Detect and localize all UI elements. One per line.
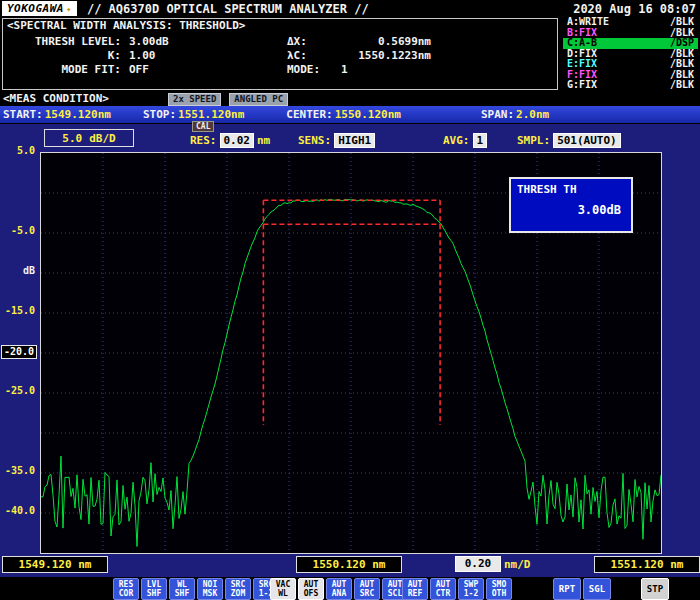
trace-row-g[interactable]: G:FIX/BLK bbox=[563, 80, 698, 91]
softkey-toolbar: RESCORLVLSHFWLSHFNOIMSKSRCZOMSRC1-2 VACW… bbox=[0, 577, 700, 600]
meas-badges: 2x SPEEDANGLED PC bbox=[168, 93, 288, 106]
trace-name: G:FIX bbox=[567, 80, 597, 91]
mode-fit-row: MODE FIT:OFF bbox=[9, 63, 169, 77]
softkey-group-2: VACWLAUTOFSAUTANAAUTSRCAUTSCL bbox=[270, 578, 408, 600]
softkey-aut-ana[interactable]: AUTANA bbox=[326, 578, 352, 600]
softkey-res-cor[interactable]: RESCOR bbox=[113, 578, 139, 600]
mode-fit-value: OFF bbox=[129, 63, 149, 76]
delta-x-label: ΔX: bbox=[287, 35, 331, 49]
title-bar: YOKOGAWA ✦ // AQ6370D OPTICAL SPECTRUM A… bbox=[0, 0, 700, 17]
app-title: // AQ6370D OPTICAL SPECTRUM ANALYZER // bbox=[87, 2, 573, 16]
trace-row-a[interactable]: A:WRITE/BLK bbox=[563, 17, 698, 28]
meas-condition-title: <MEAS CONDITION> bbox=[3, 92, 109, 105]
softkey-aut-src[interactable]: AUTSRC bbox=[354, 578, 380, 600]
yokogawa-logo: YOKOGAWA ✦ bbox=[2, 1, 77, 16]
softkey-label-bottom: 1-2 bbox=[464, 589, 478, 598]
stop-wavelength: STOP:1551.120nm bbox=[143, 108, 244, 121]
average-setting: AVG: 1 bbox=[443, 133, 490, 148]
softkey-label-top: AUT bbox=[388, 580, 402, 589]
start-value: 1549.120nm bbox=[45, 108, 111, 121]
softkey-stp[interactable]: STP bbox=[641, 578, 669, 600]
softkey-label-bottom: SHF bbox=[147, 589, 161, 598]
thresh-level-value: 3.00dB bbox=[129, 35, 169, 48]
softkey-vac-wl[interactable]: VACWL bbox=[270, 578, 296, 600]
smpl-value: 501(AUTO) bbox=[553, 133, 621, 148]
logo-text: YOKOGAWA bbox=[7, 2, 64, 15]
softkey-label-top: VAC bbox=[276, 580, 290, 589]
softkey-group-1: RESCORLVLSHFWLSHFNOIMSKSRCZOMSRC1-2 bbox=[113, 578, 279, 600]
x-axis-stop-box: 1551.120 nm bbox=[594, 556, 700, 573]
softkey-label-top: WL bbox=[177, 580, 187, 589]
softkey-group-5: STP bbox=[641, 578, 669, 600]
lambda-c-row: λC:1550.1223nm bbox=[287, 49, 431, 63]
mode-fit-label: MODE FIT: bbox=[9, 63, 121, 77]
k-value: 1.00 bbox=[129, 49, 156, 62]
softkey-aut-ref[interactable]: AUTREF bbox=[402, 578, 428, 600]
softkey-label-bottom: ANA bbox=[332, 589, 346, 598]
trace-row-e[interactable]: E:FIX/BLK bbox=[563, 59, 698, 70]
softkey-rpt[interactable]: RPT bbox=[553, 578, 581, 600]
delta-x-row: ΔX:0.5699nm bbox=[287, 35, 431, 49]
span-label: SPAN: bbox=[481, 108, 514, 121]
softkey-label-top: RES bbox=[119, 580, 133, 589]
trace-display-status: /DSP bbox=[670, 38, 694, 49]
thresh-info-title: THRESH TH bbox=[517, 183, 631, 196]
softkey-sgl[interactable]: SGL bbox=[583, 578, 611, 600]
softkey-noi-msk[interactable]: NOIMSK bbox=[197, 578, 223, 600]
trace-name: E:FIX bbox=[567, 59, 597, 70]
scale-unit: dB/D bbox=[89, 132, 116, 145]
res-value: 0.02 bbox=[220, 133, 255, 148]
trace-status-panel: A:WRITE/BLKB:FIX/BLKC:A-B/DSPD:FIX/BLKE:… bbox=[563, 17, 698, 91]
softkey-label-bottom: ZOM bbox=[231, 589, 245, 598]
per-div-unit: nm/D bbox=[504, 558, 531, 571]
softkey-label-top: AUT bbox=[332, 580, 346, 589]
y-axis-label--25.0: -25.0 bbox=[5, 385, 35, 397]
stop-value: 1551.120nm bbox=[178, 108, 244, 121]
softkey-label-top: LVL bbox=[147, 580, 161, 589]
softkey-label-bottom: WL bbox=[278, 589, 288, 598]
scale-value: 5.0 bbox=[62, 132, 82, 145]
softkey-group-4: RPTSGL bbox=[553, 578, 611, 600]
softkey-label-top: AUT bbox=[360, 580, 374, 589]
thresh-info-box: THRESH TH 3.00dB bbox=[509, 177, 633, 233]
meas-badge-angled-pc: ANGLED PC bbox=[229, 93, 288, 106]
softkey-lvl-shf[interactable]: LVLSHF bbox=[141, 578, 167, 600]
start-wavelength: START:1549.120nm bbox=[3, 108, 111, 121]
softkey-aut-ctr[interactable]: AUTCTR bbox=[430, 578, 456, 600]
softkey-label-bottom: CTR bbox=[436, 589, 450, 598]
y-axis-label-dB: dB bbox=[23, 265, 35, 277]
x-axis-per-div: 0.20 nm/D bbox=[452, 556, 531, 572]
softkey-label-top: AUT bbox=[436, 580, 450, 589]
meas-badge-2x-speed: 2x SPEED bbox=[168, 93, 221, 106]
softkey-label-top: SRC bbox=[231, 580, 245, 589]
analysis-title: <SPECTRAL WIDTH ANALYSIS: THRESHOLD> bbox=[7, 19, 245, 32]
thresh-info-value: 3.00dB bbox=[511, 203, 621, 217]
span-value: 2.0nm bbox=[516, 108, 549, 121]
trace-name: C:A-B bbox=[567, 38, 597, 49]
softkey-aut-ofs[interactable]: AUTOFS bbox=[298, 578, 324, 600]
span-setting: SPAN:2.0nm bbox=[481, 108, 549, 121]
avg-value: 1 bbox=[473, 133, 488, 148]
trace-row-c[interactable]: C:A-B/DSP bbox=[563, 38, 698, 49]
start-label: START: bbox=[3, 108, 43, 121]
sensitivity-setting: SENS: HIGH1 bbox=[298, 133, 378, 148]
softkey-label-bottom: REF bbox=[408, 589, 422, 598]
k-label: K: bbox=[9, 49, 121, 63]
sens-label: SENS: bbox=[298, 134, 331, 147]
trace-name: A:WRITE bbox=[567, 17, 609, 28]
level-scale-box: 5.0 dB/D bbox=[44, 129, 134, 147]
center-label: CENTER: bbox=[286, 108, 332, 121]
softkey-smo-oth[interactable]: SMOOTH bbox=[486, 578, 512, 600]
delta-x-value: 0.5699nm bbox=[331, 35, 431, 49]
softkey-label-bottom: OFS bbox=[304, 589, 318, 598]
softkey-swp-1-2[interactable]: SWP1-2 bbox=[458, 578, 484, 600]
softkey-label-bottom: OTH bbox=[492, 589, 506, 598]
softkey-label-bottom: COR bbox=[119, 589, 133, 598]
softkey-src-zom[interactable]: SRCZOM bbox=[225, 578, 251, 600]
softkey-wl-shf[interactable]: WLSHF bbox=[169, 578, 195, 600]
smpl-label: SMPL: bbox=[517, 134, 550, 147]
mode-value: 1 bbox=[341, 63, 348, 77]
y-axis-label--40.0: -40.0 bbox=[5, 505, 35, 517]
softkey-label-bottom: MSK bbox=[203, 589, 217, 598]
k-row: K:1.00 bbox=[9, 49, 169, 63]
